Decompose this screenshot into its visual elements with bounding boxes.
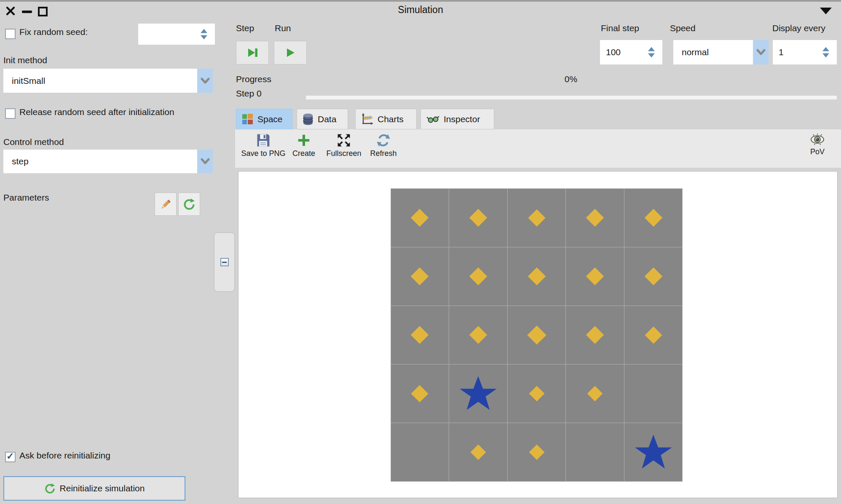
grid-cell[interactable]: [508, 365, 565, 423]
panel-splitter[interactable]: [214, 232, 235, 292]
dropdown-button[interactable]: [197, 69, 213, 93]
tab-data[interactable]: Data: [297, 109, 348, 129]
init-method-label: Init method: [3, 55, 47, 65]
chevron-down-icon: [201, 158, 210, 165]
step-button[interactable]: [236, 41, 269, 64]
final-step-label: Final step: [601, 23, 639, 33]
view-toolbar: Save to PNG Create Fullscreen: [235, 129, 841, 168]
simulation-window: Simulation Fix random seed: Init method …: [0, 0, 841, 504]
parameters-label: Parameters: [3, 193, 49, 203]
grid-cell[interactable]: [508, 423, 565, 481]
progress-bar: [306, 96, 837, 99]
fullscreen-arrows-icon: [336, 133, 351, 148]
refresh-icon: [44, 483, 56, 494]
window-top-border: [0, 0, 841, 2]
init-method-value: initSmall: [12, 76, 45, 86]
floppy-disk-icon: [256, 133, 271, 148]
collapse-panel-icon[interactable]: [220, 258, 229, 266]
line-chart-icon: [361, 113, 373, 125]
spinner-up-icon[interactable]: [201, 29, 207, 33]
init-method-dropdown[interactable]: initSmall: [3, 69, 213, 93]
eye-icon: [808, 133, 827, 146]
tab-label: Charts: [378, 114, 404, 124]
refresh-icon: [376, 133, 391, 148]
refresh-button[interactable]: Refresh: [367, 133, 399, 158]
fix-random-seed-checkbox[interactable]: [5, 29, 16, 39]
control-method-value: step: [12, 156, 29, 166]
spinner-down-icon[interactable]: [822, 54, 829, 58]
toolbar-button-label: Refresh: [370, 149, 396, 158]
fullscreen-button[interactable]: Fullscreen: [321, 133, 366, 158]
random-seed-spinner[interactable]: [138, 24, 215, 45]
toolbar-button-label: Fullscreen: [326, 149, 361, 158]
grid-cell[interactable]: [449, 247, 507, 306]
chevron-down-icon: [201, 78, 210, 84]
space-grid-icon: [242, 113, 253, 125]
tab-label: Data: [318, 114, 336, 124]
ask-before-reinit-checkbox[interactable]: [5, 452, 16, 462]
grid-cell[interactable]: [624, 247, 682, 306]
view-menu-caret-icon[interactable]: [820, 8, 832, 14]
grid-cell[interactable]: [566, 365, 624, 423]
grid-cell[interactable]: [624, 423, 682, 481]
display-every-label: Display every: [772, 23, 825, 33]
tab-inspector[interactable]: Inspector: [420, 109, 494, 129]
grid-cell[interactable]: [449, 365, 507, 423]
spinner-up-icon[interactable]: [648, 47, 655, 51]
release-seed-label: Release random seed after initialization: [19, 107, 174, 117]
grid-cell[interactable]: [449, 306, 507, 364]
spinner-down-icon[interactable]: [648, 54, 655, 58]
window-title: Simulation: [0, 4, 841, 16]
dropdown-button[interactable]: [197, 150, 213, 173]
pov-button[interactable]: PoV: [805, 133, 830, 156]
control-method-label: Control method: [3, 137, 64, 147]
grid-cell[interactable]: [566, 247, 624, 306]
step-counter: Step 0: [236, 88, 262, 99]
grid-cell[interactable]: [508, 247, 565, 306]
grid-cell[interactable]: [624, 306, 682, 364]
final-step-value: 100: [606, 47, 621, 57]
grid-cell[interactable]: [391, 306, 449, 364]
grid-cell[interactable]: [391, 423, 449, 481]
step-label: Step: [236, 23, 254, 33]
spinner-down-icon[interactable]: [201, 35, 207, 40]
grid-cell[interactable]: [566, 306, 624, 364]
grid-cell[interactable]: [624, 189, 682, 247]
tab-label: Space: [257, 114, 283, 124]
tab-charts[interactable]: Charts: [355, 109, 417, 129]
grid-cell[interactable]: [508, 306, 565, 364]
edit-parameters-button[interactable]: [155, 193, 177, 216]
toolbar-button-label: Save to PNG: [241, 149, 285, 158]
control-method-dropdown[interactable]: step: [3, 150, 213, 173]
database-icon: [303, 113, 313, 125]
grid-cell[interactable]: [391, 365, 449, 423]
grid-cell[interactable]: [391, 247, 449, 306]
grid-cell[interactable]: [508, 189, 565, 247]
final-step-spinner[interactable]: 100: [600, 40, 662, 64]
toolbar-button-label: Create: [292, 149, 315, 158]
chevron-down-icon: [756, 49, 766, 56]
ask-before-reinit-label: Ask before reinitializing: [19, 450, 110, 461]
grid-cell[interactable]: [624, 365, 682, 423]
space-grid: [391, 188, 683, 482]
pencil-icon: [159, 198, 172, 211]
dropdown-button[interactable]: [753, 40, 769, 64]
grid-cell[interactable]: [566, 423, 624, 481]
play-icon: [284, 46, 297, 59]
run-button[interactable]: [274, 41, 307, 64]
grid-cell[interactable]: [566, 189, 624, 247]
release-seed-checkbox[interactable]: [5, 108, 16, 119]
grid-cell[interactable]: [449, 189, 507, 247]
fix-random-seed-label: Fix random seed:: [19, 27, 88, 37]
tab-space[interactable]: Space: [236, 109, 292, 129]
grid-cell[interactable]: [449, 423, 507, 481]
spinner-up-icon[interactable]: [822, 47, 829, 51]
save-to-png-button[interactable]: Save to PNG: [241, 133, 286, 158]
create-button[interactable]: Create: [289, 133, 319, 158]
speed-dropdown[interactable]: normal: [673, 40, 769, 64]
grid-cell[interactable]: [391, 189, 449, 247]
display-every-spinner[interactable]: 1: [773, 40, 837, 64]
tab-label: Inspector: [444, 114, 480, 124]
reinitialize-simulation-button[interactable]: Reinitialize simulation: [3, 476, 185, 501]
reset-parameters-button[interactable]: [178, 193, 200, 216]
